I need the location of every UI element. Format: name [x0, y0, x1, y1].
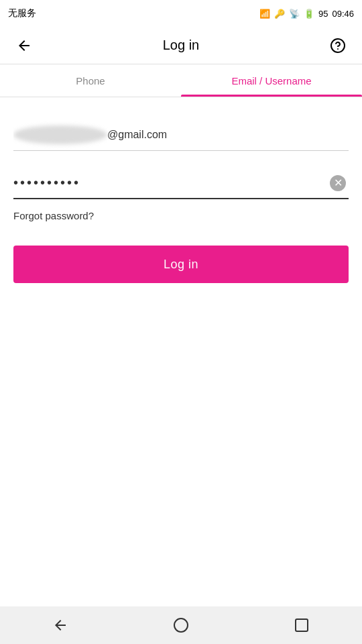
nav-home-button[interactable] — [168, 612, 194, 639]
key-icon: 🔑 — [274, 9, 285, 19]
battery-icon: 🔋 — [304, 9, 314, 19]
tab-phone-label: Phone — [76, 75, 105, 87]
email-input-wrapper: @gmail.com — [13, 119, 349, 151]
email-suffix: @gmail.com — [107, 129, 167, 141]
status-icons: 📶 🔑 📡 🔋 95 09:46 — [259, 9, 354, 19]
password-input[interactable] — [13, 167, 349, 199]
tab-phone[interactable]: Phone — [0, 64, 181, 97]
tab-email[interactable]: Email / Username — [181, 64, 362, 97]
nav-home-icon — [173, 617, 189, 633]
carrier-text: 无服务 — [8, 7, 36, 19]
nav-back-icon — [52, 617, 68, 633]
svg-point-1 — [337, 48, 339, 50]
tab-email-label: Email / Username — [231, 75, 311, 87]
status-bar: 无服务 📶 🔑 📡 🔋 95 09:46 — [0, 0, 362, 27]
nav-back-button[interactable] — [47, 612, 74, 639]
help-button[interactable] — [324, 32, 351, 59]
nav-recent-icon — [294, 617, 310, 633]
sim-icon: 📶 — [259, 9, 270, 19]
email-display[interactable]: @gmail.com — [13, 119, 349, 151]
time-display: 09:46 — [332, 9, 354, 19]
page-title: Log in — [38, 38, 324, 53]
nav-recent-button[interactable] — [288, 612, 315, 639]
svg-rect-3 — [296, 619, 308, 631]
help-icon — [330, 38, 346, 54]
back-button[interactable] — [11, 32, 38, 59]
login-button[interactable]: Log in — [13, 246, 349, 283]
email-blur-mask — [13, 125, 107, 144]
tab-bar: Phone Email / Username — [0, 64, 362, 97]
clear-password-button[interactable]: ✕ — [327, 172, 349, 194]
svg-point-2 — [174, 619, 188, 632]
header: Log in — [0, 27, 362, 64]
wifi-icon: 📡 — [289, 9, 300, 19]
bottom-nav-bar — [0, 606, 362, 644]
battery-level: 95 — [318, 9, 328, 19]
login-form: @gmail.com ✕ Forgot password? Log in — [0, 97, 362, 299]
password-input-wrapper: ✕ — [13, 167, 349, 199]
clear-icon: ✕ — [330, 175, 346, 191]
forgot-password-link[interactable]: Forgot password? — [13, 205, 349, 227]
back-arrow-icon — [16, 38, 32, 54]
